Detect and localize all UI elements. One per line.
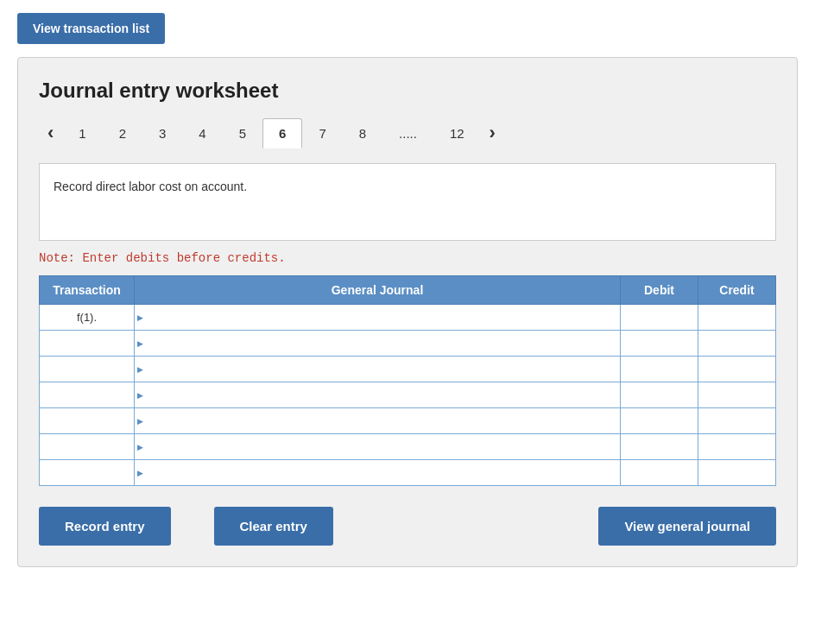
transaction-cell-5 <box>40 408 135 434</box>
credit-cell-2[interactable] <box>698 331 776 357</box>
debit-cell-6[interactable] <box>621 434 698 460</box>
credit-cell-5[interactable] <box>698 408 776 434</box>
table-row <box>40 408 776 434</box>
general-journal-input-1[interactable] <box>135 305 620 330</box>
table-row <box>40 357 776 382</box>
tab-7[interactable]: 7 <box>302 118 342 148</box>
credit-cell-3[interactable] <box>698 357 776 382</box>
credit-input-1[interactable] <box>698 305 775 330</box>
col-header-credit: Credit <box>698 276 776 305</box>
debit-cell-4[interactable] <box>621 382 698 408</box>
general-journal-input-6[interactable] <box>135 434 620 459</box>
credit-input-2[interactable] <box>698 331 775 356</box>
general-journal-cell-1[interactable] <box>135 305 621 331</box>
general-journal-input-5[interactable] <box>135 408 620 433</box>
credit-cell-6[interactable] <box>698 434 776 460</box>
tab-4[interactable]: 4 <box>182 118 222 148</box>
debit-input-4[interactable] <box>621 382 698 407</box>
tab-8[interactable]: 8 <box>343 118 382 148</box>
tab-next-arrow[interactable]: › <box>481 117 504 149</box>
note-text: Note: Enter debits before credits. <box>39 251 776 265</box>
tab-1[interactable]: 1 <box>62 118 102 148</box>
tab-6[interactable]: 6 <box>262 118 302 148</box>
journal-table: Transaction General Journal Debit Credit… <box>39 275 776 486</box>
credit-input-6[interactable] <box>698 434 775 459</box>
debit-cell-5[interactable] <box>621 408 698 434</box>
table-row <box>40 434 776 460</box>
worksheet-title: Journal entry worksheet <box>39 79 776 103</box>
general-journal-cell-4[interactable] <box>135 382 621 408</box>
buttons-row: Record entry Clear entry View general jo… <box>39 507 776 546</box>
view-transaction-button[interactable]: View transaction list <box>17 13 165 44</box>
credit-input-3[interactable] <box>698 357 775 382</box>
transaction-cell-1: f(1). <box>40 305 135 331</box>
debit-input-7[interactable] <box>621 460 698 485</box>
debit-cell-2[interactable] <box>621 331 698 357</box>
tab-3[interactable]: 3 <box>142 118 182 148</box>
credit-cell-4[interactable] <box>698 382 776 408</box>
debit-input-2[interactable] <box>621 331 698 356</box>
clear-entry-button[interactable]: Clear entry <box>214 507 333 546</box>
general-journal-input-4[interactable] <box>135 382 620 407</box>
general-journal-cell-5[interactable] <box>135 408 621 434</box>
tab-12[interactable]: 12 <box>433 118 481 148</box>
col-header-debit: Debit <box>621 276 698 305</box>
table-row <box>40 382 776 408</box>
tab-prev-arrow[interactable]: ‹ <box>39 117 62 149</box>
record-entry-button[interactable]: Record entry <box>39 507 171 546</box>
transaction-cell-4 <box>40 382 135 408</box>
debit-input-5[interactable] <box>621 408 698 433</box>
debit-cell-7[interactable] <box>621 460 698 486</box>
credit-cell-1[interactable] <box>698 305 776 331</box>
col-header-general: General Journal <box>135 276 621 305</box>
tab-5[interactable]: 5 <box>223 118 262 148</box>
credit-input-5[interactable] <box>698 408 775 433</box>
transaction-cell-2 <box>40 331 135 357</box>
credit-input-7[interactable] <box>698 460 775 485</box>
general-journal-input-3[interactable] <box>135 357 620 382</box>
debit-input-1[interactable] <box>621 305 698 330</box>
transaction-cell-6 <box>40 434 135 460</box>
credit-cell-7[interactable] <box>698 460 776 486</box>
table-row <box>40 460 776 486</box>
main-container: Journal entry worksheet ‹ 1 2 3 4 5 6 7 … <box>17 57 798 567</box>
debit-input-3[interactable] <box>621 357 698 382</box>
view-general-journal-button[interactable]: View general journal <box>598 507 776 546</box>
general-journal-input-7[interactable] <box>135 460 620 485</box>
debit-cell-1[interactable] <box>621 305 698 331</box>
general-journal-cell-2[interactable] <box>135 331 621 357</box>
description-box: Record direct labor cost on account. <box>39 163 776 241</box>
general-journal-cell-3[interactable] <box>135 357 621 382</box>
table-row: f(1). <box>40 305 776 331</box>
debit-input-6[interactable] <box>621 434 698 459</box>
general-journal-cell-7[interactable] <box>135 460 621 486</box>
tab-ellipsis[interactable]: ..... <box>382 118 433 148</box>
general-journal-cell-6[interactable] <box>135 434 621 460</box>
debit-cell-3[interactable] <box>621 357 698 382</box>
transaction-cell-3 <box>40 357 135 382</box>
tab-2[interactable]: 2 <box>103 118 142 148</box>
table-row <box>40 331 776 357</box>
tabs-row: ‹ 1 2 3 4 5 6 7 8 ..... 12 › <box>39 117 776 149</box>
transaction-cell-7 <box>40 460 135 486</box>
col-header-transaction: Transaction <box>40 276 135 305</box>
credit-input-4[interactable] <box>698 382 775 407</box>
description-text: Record direct labor cost on account. <box>54 180 247 193</box>
general-journal-input-2[interactable] <box>135 331 620 356</box>
